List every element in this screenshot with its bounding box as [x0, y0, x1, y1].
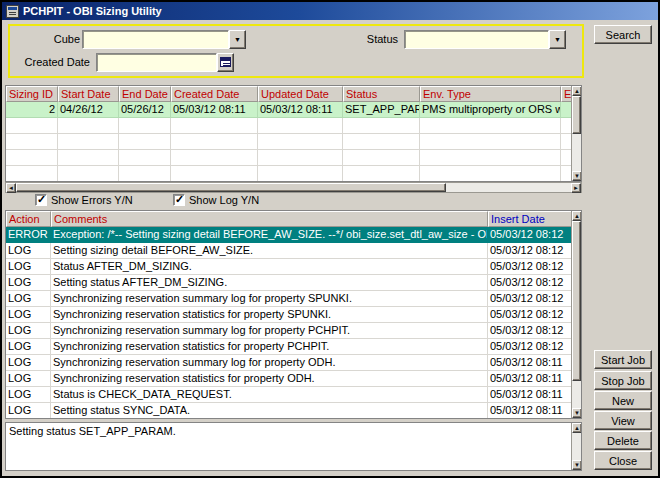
- view-button[interactable]: View: [594, 411, 652, 430]
- log-row[interactable]: LOGSynchronizing reservation statistics …: [6, 307, 581, 323]
- jobs-grid-hscrollbar[interactable]: ◄ ►: [5, 182, 582, 193]
- log-grid-header-comments: Comments: [51, 211, 488, 227]
- grid-cell: LOG: [6, 403, 51, 419]
- show-errors-label: Show Errors Y/N: [51, 194, 133, 206]
- cube-label: Cube: [30, 33, 80, 46]
- chevron-down-icon[interactable]: ▼: [549, 30, 566, 49]
- grid-cell: 05/03/12 08:12: [488, 339, 573, 355]
- grid-cell: [171, 134, 258, 150]
- jobs-grid-empty-row: [6, 166, 581, 182]
- cube-combo-value[interactable]: [82, 30, 229, 49]
- chevron-down-icon[interactable]: ▼: [229, 30, 246, 49]
- grid-cell: [119, 150, 171, 166]
- grid-cell: 2: [6, 102, 58, 118]
- grid-cell: 05/03/12 08:12: [488, 275, 573, 291]
- jobs-grid-vscroll-thumb[interactable]: [572, 96, 581, 134]
- grid-cell: 05/26/12: [119, 102, 171, 118]
- show-log-checkbox[interactable]: [173, 194, 185, 206]
- close-button[interactable]: Close: [594, 451, 652, 470]
- grid-cell: [420, 118, 561, 134]
- created-date-field[interactable]: [96, 53, 217, 72]
- status-combo[interactable]: ▼: [404, 30, 566, 49]
- scroll-down-icon[interactable]: ▼: [572, 460, 582, 470]
- grid-cell: 05/03/12 08:11: [488, 403, 573, 419]
- log-row[interactable]: LOGSynchronizing reservation statistics …: [6, 371, 581, 387]
- log-row-error[interactable]: ERRORException: /*-- Setting sizing deta…: [6, 227, 581, 243]
- jobs-grid-hscroll-thumb[interactable]: [16, 183, 446, 192]
- grid-cell: SET_APP_PARAM: [343, 102, 420, 118]
- cube-combo[interactable]: ▼: [82, 30, 246, 49]
- grid-cell: [6, 134, 58, 150]
- grid-cell: 05/03/12 08:11: [488, 371, 573, 387]
- calendar-button[interactable]: [217, 53, 234, 72]
- grid-cell: LOG: [6, 355, 51, 371]
- grid-cell: [420, 134, 561, 150]
- grid-cell: [58, 134, 119, 150]
- grid-cell: [6, 166, 58, 182]
- delete-button[interactable]: Delete: [594, 431, 652, 450]
- grid-cell: 04/26/12: [58, 102, 119, 118]
- search-button[interactable]: Search: [594, 25, 652, 44]
- stop-job-button[interactable]: Stop Job: [594, 371, 652, 390]
- grid-cell: [58, 118, 119, 134]
- grid-cell: Synchronizing reservation summary log fo…: [51, 323, 488, 339]
- log-grid-vscroll-thumb[interactable]: [572, 221, 581, 381]
- jobs-grid: Sizing IDStart DateEnd DateCreated DateU…: [5, 85, 582, 182]
- log-row[interactable]: LOGSynchronizing reservation summary log…: [6, 355, 581, 371]
- log-grid-header: ActionCommentsInsert Date: [6, 211, 581, 227]
- start-job-button[interactable]: Start Job: [594, 350, 652, 369]
- show-log-label: Show Log Y/N: [189, 194, 259, 206]
- grid-cell: Status is CHECK_DATA_REQUEST.: [51, 387, 488, 403]
- log-grid-vscrollbar[interactable]: ▲ ▼: [571, 211, 581, 418]
- jobs-grid-vscrollbar[interactable]: ▲ ▼: [571, 86, 581, 181]
- show-errors-checkbox[interactable]: [35, 194, 47, 206]
- detail-textarea[interactable]: Setting status SET_APP_PARAM. ▲ ▼: [5, 422, 582, 471]
- calendar-icon: [220, 57, 231, 67]
- grid-cell: LOG: [6, 243, 51, 259]
- scroll-up-icon[interactable]: ▲: [572, 423, 582, 433]
- grid-cell: [420, 166, 561, 182]
- jobs-grid-empty-row: [6, 150, 581, 166]
- jobs-grid-header-updated-date: Updated Date: [258, 86, 343, 102]
- search-panel: Cube ▼ Status ▼ Created Date: [8, 24, 584, 78]
- grid-cell: LOG: [6, 259, 51, 275]
- jobs-grid-header-created-date: Created Date: [171, 86, 258, 102]
- grid-cell: 05/03/12 08:11: [171, 102, 258, 118]
- log-row[interactable]: LOGSetting status SYNC_DATA.05/03/12 08:…: [6, 403, 581, 419]
- grid-cell: [58, 166, 119, 182]
- status-combo-value[interactable]: [404, 30, 549, 49]
- grid-cell: [258, 166, 343, 182]
- detail-text: Setting status SET_APP_PARAM.: [9, 425, 176, 437]
- grid-cell: [343, 118, 420, 134]
- new-button[interactable]: New: [594, 391, 652, 410]
- detail-vscrollbar[interactable]: ▲ ▼: [571, 423, 581, 470]
- scroll-up-icon[interactable]: ▲: [572, 86, 582, 96]
- scroll-up-icon[interactable]: ▲: [572, 211, 582, 221]
- scroll-right-icon[interactable]: ►: [571, 183, 581, 193]
- log-row[interactable]: LOGSynchronizing reservation summary log…: [6, 323, 581, 339]
- scroll-left-icon[interactable]: ◄: [6, 183, 16, 193]
- log-row[interactable]: LOGSynchronizing reservation statistics …: [6, 339, 581, 355]
- title-bar: PCHPIT - OBI Sizing Utility: [2, 2, 658, 20]
- jobs-grid-row[interactable]: 204/26/1205/26/1205/03/12 08:1105/03/12 …: [6, 102, 581, 118]
- window-title: PCHPIT - OBI Sizing Utility: [23, 5, 162, 17]
- grid-cell: [171, 118, 258, 134]
- grid-cell: Synchronizing reservation summary log fo…: [51, 291, 488, 307]
- scroll-down-icon[interactable]: ▼: [572, 408, 582, 418]
- grid-cell: 05/03/12 08:11: [488, 387, 573, 403]
- log-row[interactable]: LOGStatus AFTER_DM_SIZING.05/03/12 08:12: [6, 259, 581, 275]
- log-row[interactable]: LOGStatus is CHECK_DATA_REQUEST.05/03/12…: [6, 387, 581, 403]
- grid-cell: Setting status SYNC_DATA.: [51, 403, 488, 419]
- grid-cell: [171, 150, 258, 166]
- scroll-down-icon[interactable]: ▼: [572, 171, 582, 181]
- app-window: PCHPIT - OBI Sizing Utility Cube ▼ Statu…: [0, 0, 660, 478]
- show-errors-filter[interactable]: Show Errors Y/N: [35, 194, 133, 206]
- grid-cell: PMS multiproperty or ORS with only i: [420, 102, 561, 118]
- log-grid-header-insert-date: Insert Date: [488, 211, 573, 227]
- log-row[interactable]: LOGSynchronizing reservation summary log…: [6, 291, 581, 307]
- show-log-filter[interactable]: Show Log Y/N: [173, 194, 259, 206]
- grid-cell: [258, 134, 343, 150]
- log-row[interactable]: LOGSetting status AFTER_DM_SIZING.05/03/…: [6, 275, 581, 291]
- log-row[interactable]: LOGSetting sizing detail BEFORE_AW_SIZE.…: [6, 243, 581, 259]
- grid-cell: 05/03/12 08:12: [488, 227, 573, 243]
